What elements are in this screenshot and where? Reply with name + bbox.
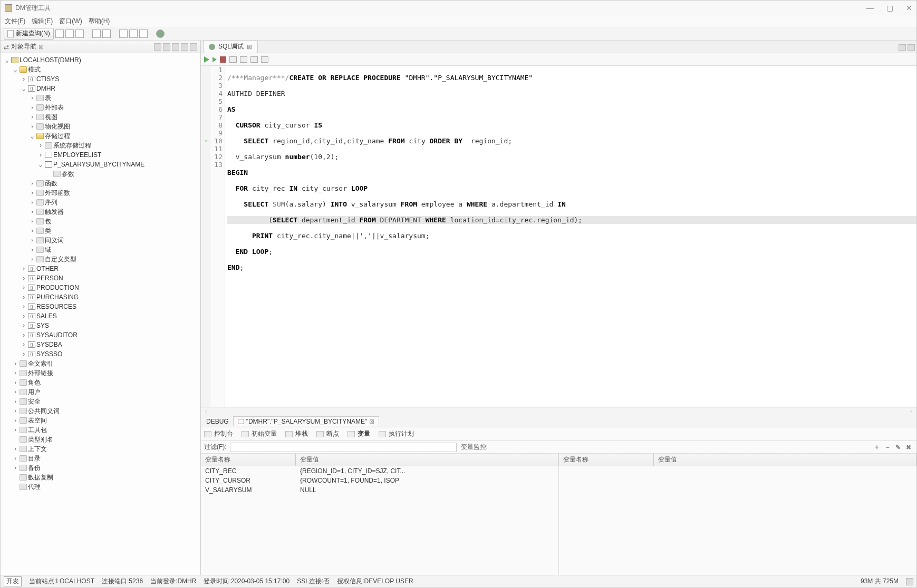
trash-icon[interactable] bbox=[906, 578, 913, 585]
open-icon[interactable] bbox=[55, 30, 64, 38]
tree-user[interactable]: ›用户 bbox=[11, 387, 200, 397]
dtab-variables[interactable]: 变量 bbox=[348, 429, 370, 438]
undo-icon[interactable] bbox=[92, 30, 101, 38]
debug-tab-proc[interactable]: "DMHR"."P_SALARYSUM_BYCITYNAME" ⊠ bbox=[233, 416, 380, 426]
tree-package[interactable]: ›包 bbox=[28, 217, 200, 226]
tree-schema-sales[interactable]: ›{}SALES bbox=[20, 311, 200, 321]
tree-schema-sys[interactable]: ›{}SYS bbox=[20, 321, 200, 330]
tree-schema-syssso[interactable]: ›{}SYSSSO bbox=[20, 349, 200, 359]
new-query-button[interactable]: 新建查询(N) bbox=[4, 28, 54, 40]
tree-typealias[interactable]: 类型别名 bbox=[11, 435, 200, 444]
paste-icon[interactable] bbox=[139, 30, 148, 38]
tab-close-icon[interactable]: ⊠ bbox=[369, 418, 374, 425]
menu-icon[interactable] bbox=[190, 43, 197, 51]
tree-pubsyn[interactable]: ›公共同义词 bbox=[11, 406, 200, 416]
tree-sequence[interactable]: ›序列 bbox=[28, 198, 200, 207]
menu-window[interactable]: 窗口(W) bbox=[59, 17, 82, 26]
tab-sql-debug[interactable]: SQL调试 ⊠ bbox=[203, 40, 258, 53]
run-icon[interactable] bbox=[204, 56, 209, 63]
tree-schema-production[interactable]: ›{}PRODUCTION bbox=[20, 283, 200, 292]
tree-backup[interactable]: ›备份 bbox=[11, 463, 200, 473]
tree-p-salarysum[interactable]: ⌄P_SALARYSUM_BYCITYNAME bbox=[36, 160, 200, 169]
tree-agent[interactable]: 代理 bbox=[11, 482, 200, 492]
tree-schema-purchasing[interactable]: ›{}PURCHASING bbox=[20, 292, 200, 302]
tree-sysproc[interactable]: ›系统存储过程 bbox=[36, 141, 200, 150]
minimize-panel-icon[interactable] bbox=[899, 44, 906, 51]
dtab-breakpoints[interactable]: 断点 bbox=[316, 429, 339, 438]
remove-watch-icon[interactable]: − bbox=[884, 444, 891, 451]
tree-schema-person[interactable]: ›{}PERSON bbox=[20, 273, 200, 283]
refresh-icon[interactable] bbox=[163, 43, 170, 51]
save-all-icon[interactable] bbox=[75, 30, 84, 38]
tree-ext-function[interactable]: ›外部函数 bbox=[28, 188, 200, 198]
var-row[interactable]: CITY_REC{REGION_ID=1, CITY_ID=SJZ, CIT..… bbox=[201, 466, 558, 476]
minimize-button[interactable]: — bbox=[866, 4, 874, 12]
stop-icon[interactable] bbox=[220, 56, 226, 63]
tree-view[interactable]: ›视图 bbox=[28, 112, 200, 122]
tree-toolkit[interactable]: ›工具包 bbox=[11, 425, 200, 435]
dtab-exec-plan[interactable]: 执行计划 bbox=[379, 429, 414, 438]
filter-icon[interactable] bbox=[154, 43, 161, 51]
collapse-icon[interactable] bbox=[181, 43, 188, 51]
dtab-console[interactable]: 控制台 bbox=[204, 429, 233, 438]
tree-schema-dmhr[interactable]: ⌄{}DMHR bbox=[20, 84, 200, 93]
tree-table[interactable]: ›表 bbox=[28, 93, 200, 103]
tree-directory[interactable]: ›目录 bbox=[11, 454, 200, 463]
maximize-panel-icon[interactable] bbox=[908, 44, 915, 51]
dtab-init-vars[interactable]: 初始变量 bbox=[242, 429, 277, 438]
tree-schema-ctisys[interactable]: ›{}CTISYS bbox=[20, 74, 200, 84]
code-editor[interactable]: ➔ 123 456 789 101112 13 /***Manager***/C… bbox=[201, 66, 916, 407]
link-icon[interactable] bbox=[172, 43, 179, 51]
tree-datarepl[interactable]: 数据复制 bbox=[11, 473, 200, 482]
tab-close-icon[interactable]: ⊠ bbox=[247, 43, 252, 51]
tab-close-icon[interactable]: ⊠ bbox=[38, 43, 44, 51]
editor-scrollbar[interactable]: ‹› bbox=[201, 407, 916, 416]
maximize-button[interactable]: ▢ bbox=[886, 4, 893, 12]
tree-trigger[interactable]: ›触发器 bbox=[28, 207, 200, 217]
tree-domain[interactable]: ›域 bbox=[28, 245, 200, 254]
menu-file[interactable]: 文件(F) bbox=[5, 17, 25, 26]
tree-storedproc[interactable]: ⌄存储过程 bbox=[28, 131, 200, 141]
var-row[interactable]: V_SALARYSUMNULL bbox=[201, 485, 558, 495]
var-row[interactable]: CITY_CURSOR{ROWCOUNT=1, FOUND=1, ISOP bbox=[201, 476, 558, 485]
tree-schema-other[interactable]: ›{}OTHER bbox=[20, 264, 200, 273]
tree-extlink[interactable]: ›外部链接 bbox=[11, 368, 200, 378]
tree-mode[interactable]: ⌄模式 bbox=[11, 65, 200, 74]
debug-icon[interactable] bbox=[156, 30, 165, 38]
menu-help[interactable]: 帮助(H) bbox=[89, 17, 110, 26]
code-content[interactable]: /***Manager***/CREATE OR REPLACE PROCEDU… bbox=[225, 66, 916, 407]
tree-employeelist[interactable]: ›EMPLOYEELIST bbox=[36, 150, 200, 160]
redo-icon[interactable] bbox=[102, 30, 111, 38]
dtab-stack[interactable]: 堆栈 bbox=[285, 429, 308, 438]
cut-icon[interactable] bbox=[119, 30, 128, 38]
tree-custom-type[interactable]: ›自定义类型 bbox=[28, 254, 200, 264]
step-out-icon[interactable] bbox=[240, 56, 247, 63]
tree-role[interactable]: ›角色 bbox=[11, 378, 200, 387]
tree-root[interactable]: ⌄LOCALHOST(DMHR) bbox=[3, 55, 200, 65]
tree-fulltext[interactable]: ›全文索引 bbox=[11, 359, 200, 368]
close-button[interactable]: ✕ bbox=[906, 4, 912, 12]
filter-input[interactable] bbox=[230, 443, 457, 452]
tree-schema-resources[interactable]: ›{}RESOURCES bbox=[20, 302, 200, 311]
clear-watch-icon[interactable]: ✖ bbox=[905, 444, 912, 451]
tree-synonym[interactable]: ›同义词 bbox=[28, 236, 200, 245]
menu-edit[interactable]: 编辑(E) bbox=[32, 17, 53, 26]
add-watch-icon[interactable]: + bbox=[873, 444, 881, 451]
copy-icon[interactable] bbox=[129, 30, 138, 38]
tree-schema-sysdba[interactable]: ›{}SYSDBA bbox=[20, 340, 200, 349]
tree-params[interactable]: 参数 bbox=[45, 169, 200, 179]
settings-icon[interactable] bbox=[261, 56, 268, 63]
tree-security[interactable]: ›安全 bbox=[11, 397, 200, 406]
tree-class[interactable]: ›类 bbox=[28, 226, 200, 236]
tree-context[interactable]: ›上下文 bbox=[11, 444, 200, 454]
tree-matview[interactable]: ›物化视图 bbox=[28, 122, 200, 131]
save-icon[interactable] bbox=[65, 30, 74, 38]
edit-watch-icon[interactable]: ✎ bbox=[894, 444, 902, 451]
tree-tablespace[interactable]: ›表空间 bbox=[11, 416, 200, 425]
step-into-icon[interactable] bbox=[229, 56, 237, 63]
tree-ext-table[interactable]: ›外部表 bbox=[28, 103, 200, 112]
tree-function[interactable]: ›函数 bbox=[28, 179, 200, 188]
resume-icon[interactable] bbox=[250, 56, 258, 63]
object-tree[interactable]: ⌄LOCALHOST(DMHR) ⌄模式 ›{}CTISYS ⌄{}DMHR ›… bbox=[1, 53, 200, 575]
tree-schema-sysauditor[interactable]: ›{}SYSAUDITOR bbox=[20, 330, 200, 340]
